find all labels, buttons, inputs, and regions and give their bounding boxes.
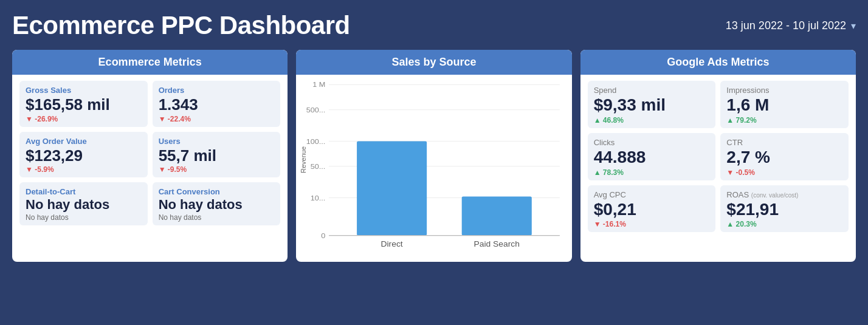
metric-card: Cart ConversionNo hay datosNo hay datos	[153, 182, 281, 225]
ads-grid: Spend$9,33 mil▲ 46.8%Impressions1,6 M▲ 7…	[588, 81, 849, 232]
ecommerce-metrics-body: Gross Sales$165,58 mil▼ -26.9%Orders1.34…	[12, 75, 288, 233]
svg-rect-12	[357, 141, 427, 235]
svg-text:50...: 50...	[311, 163, 326, 171]
svg-text:Paid Search: Paid Search	[474, 240, 520, 248]
ads-metric-card: ROAS (conv. value/cost)$21,91▲ 20.3%	[720, 185, 849, 233]
ads-metric-value: 1,6 M	[726, 96, 842, 115]
metric-label: Gross Sales	[26, 86, 142, 95]
ads-metric-change: ▲ 79.2%	[726, 116, 842, 125]
chart-container: Revenue 1 M 500... 100... 50... 10... 0	[301, 78, 567, 261]
metric-card: Avg Order Value$123,29▼ -5.9%	[19, 132, 148, 178]
ads-metric-change: ▼ -0.5%	[726, 168, 842, 177]
sales-by-source-header: Sales by Source	[296, 50, 571, 75]
google-ads-metrics-header: Google Ads Metrics	[580, 50, 856, 75]
page-header: Ecommerce PPC Dashboard 13 jun 2022 - 10…	[12, 11, 856, 40]
ads-metric-label: Spend	[594, 86, 710, 95]
ads-metric-card: Impressions1,6 M▲ 79.2%	[720, 81, 849, 128]
metric-card: Orders1.343▼ -22.4%	[153, 81, 281, 127]
svg-text:0: 0	[322, 231, 326, 239]
ads-metric-change: ▼ -16.1%	[594, 220, 710, 228]
ads-metric-card: Clicks44.888▲ 78.3%	[588, 133, 716, 180]
ads-metric-value: 44.888	[594, 148, 710, 167]
svg-text:10...: 10...	[311, 194, 326, 202]
ads-metric-label: Impressions	[726, 86, 842, 95]
metrics-grid: Gross Sales$165,58 mil▼ -26.9%Orders1.34…	[19, 81, 280, 225]
metric-value: 55,7 mil	[159, 147, 275, 165]
ads-metric-value: $21,91	[726, 200, 842, 219]
google-ads-metrics-panel: Google Ads Metrics Spend$9,33 mil▲ 46.8%…	[580, 50, 856, 262]
ads-metric-value: 2,7 %	[726, 148, 842, 167]
metric-change: ▼ -9.5%	[159, 165, 275, 174]
ecommerce-metrics-header: Ecommerce Metrics	[12, 50, 288, 75]
page-title: Ecommerce PPC Dashboard	[12, 11, 350, 40]
metric-label: Cart Conversion	[159, 187, 275, 196]
metric-change: ▼ -22.4%	[159, 115, 275, 123]
ads-metric-change: ▲ 20.3%	[726, 220, 842, 228]
metric-label: Orders	[159, 86, 275, 95]
metric-card: Detail-to-CartNo hay datosNo hay datos	[19, 182, 148, 225]
svg-text:Direct: Direct	[381, 240, 403, 248]
metric-value: 1.343	[159, 96, 275, 114]
metric-change: ▼ -26.9%	[26, 115, 142, 123]
svg-text:100...: 100...	[306, 137, 326, 145]
svg-text:500...: 500...	[306, 106, 326, 114]
ads-metric-value: $9,33 mil	[594, 96, 710, 115]
metric-card: Gross Sales$165,58 mil▼ -26.9%	[19, 81, 148, 127]
metric-label: Avg Order Value	[26, 137, 142, 146]
ads-metric-card: CTR2,7 %▼ -0.5%	[720, 133, 849, 180]
bar-chart: 1 M 500... 100... 50... 10... 0 Direct P…	[301, 78, 567, 261]
metric-sub: No hay datos	[159, 213, 275, 222]
dashboard-panels: Ecommerce Metrics Gross Sales$165,58 mil…	[12, 50, 856, 262]
ads-metric-label: Avg CPC	[594, 190, 710, 199]
ads-metric-label: ROAS (conv. value/cost)	[726, 190, 842, 199]
ecommerce-metrics-panel: Ecommerce Metrics Gross Sales$165,58 mil…	[12, 50, 288, 262]
metric-change: ▼ -5.9%	[26, 165, 142, 174]
ads-metric-card: Avg CPC$0,21▼ -16.1%	[588, 185, 716, 233]
metric-value: $123,29	[26, 147, 142, 165]
ads-metric-label: Clicks	[594, 138, 710, 147]
svg-rect-13	[462, 196, 532, 235]
metric-label: Users	[159, 137, 275, 146]
ads-metric-label: CTR	[726, 138, 842, 147]
date-range-selector[interactable]: 13 jun 2022 - 10 jul 2022 ▾	[726, 19, 856, 32]
ads-metric-change: ▲ 46.8%	[594, 116, 710, 125]
y-axis-label: Revenue	[300, 146, 307, 173]
metric-value: No hay datos	[159, 197, 275, 212]
date-range-text: 13 jun 2022 - 10 jul 2022	[726, 19, 846, 32]
svg-text:1 M: 1 M	[313, 81, 326, 89]
chevron-down-icon: ▾	[851, 20, 856, 32]
metric-value: $165,58 mil	[26, 96, 142, 114]
ads-metric-value: $0,21	[594, 200, 710, 219]
metric-sub: No hay datos	[26, 213, 142, 222]
ads-metric-card: Spend$9,33 mil▲ 46.8%	[588, 81, 716, 128]
metric-card: Users55,7 mil▼ -9.5%	[153, 132, 281, 178]
metric-label: Detail-to-Cart	[26, 187, 142, 196]
sales-by-source-panel: Sales by Source Revenue 1 M 500... 100..…	[296, 50, 571, 262]
chart-body: Revenue 1 M 500... 100... 50... 10... 0	[296, 75, 571, 262]
google-ads-metrics-body: Spend$9,33 mil▲ 46.8%Impressions1,6 M▲ 7…	[580, 75, 856, 239]
ads-metric-change: ▲ 78.3%	[594, 168, 710, 177]
metric-value: No hay datos	[26, 197, 142, 212]
